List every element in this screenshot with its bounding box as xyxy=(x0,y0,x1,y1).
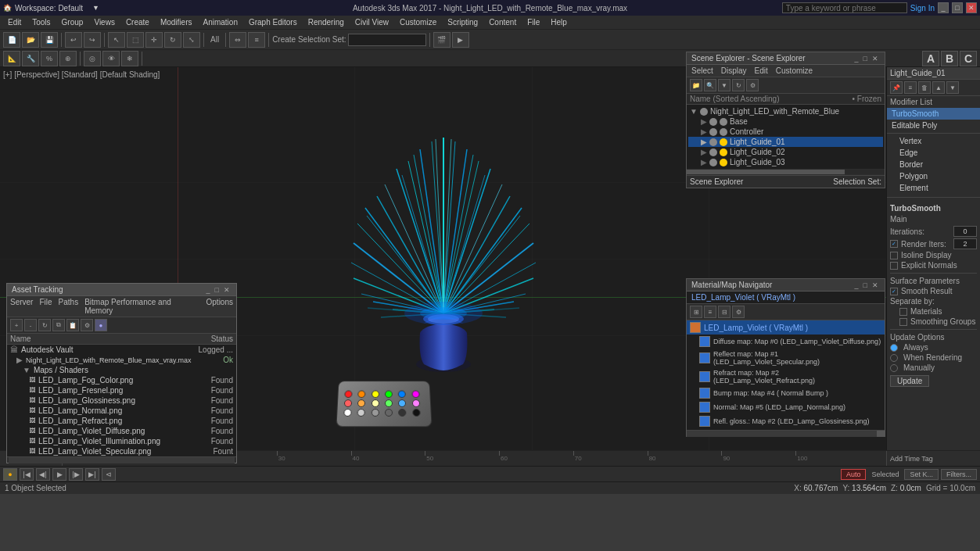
mirror-btn[interactable]: ⇔ xyxy=(229,32,246,48)
show-all-btn[interactable]: ≡ xyxy=(904,81,917,94)
se-scrollbar[interactable] xyxy=(687,169,885,175)
move-mod-up-btn[interactable]: ▲ xyxy=(932,81,945,94)
scale-btn[interactable]: ⤡ xyxy=(183,32,200,48)
select-region-btn[interactable]: ⬚ xyxy=(127,32,144,48)
render-iters-checkbox[interactable] xyxy=(890,240,898,248)
select-btn[interactable]: ↖ xyxy=(108,32,125,48)
mat-item-refract[interactable]: Refract map: Map #2 (LED_Lamp_Violet_Ref… xyxy=(687,367,885,386)
sign-in-btn[interactable]: Sign In xyxy=(910,4,935,13)
modifier-vertex-item[interactable]: Vertex xyxy=(887,135,980,147)
se-item-lightguide03[interactable]: ▶ Light_Guide_03 xyxy=(688,157,883,167)
spinner-snap-btn[interactable]: ⊕ xyxy=(59,51,77,66)
at-menu-file[interactable]: File xyxy=(39,298,52,315)
menu-file[interactable]: File xyxy=(522,17,544,27)
prev-frame-btn[interactable]: ◀| xyxy=(36,468,50,481)
mat-item-reflect[interactable]: Reflect map: Map #1 (LED_Lamp_Violet_Spe… xyxy=(687,349,885,367)
at-settings-btn[interactable]: ⚙ xyxy=(81,319,93,331)
snap-toggle-btn[interactable]: 📐 xyxy=(3,51,20,66)
se-menu-select[interactable]: Select xyxy=(691,66,713,75)
se-item-lightguide01[interactable]: ▶ Light_Guide_01 xyxy=(688,137,883,147)
se-new-btn[interactable]: 📁 xyxy=(690,79,702,91)
when-rendering-radio[interactable] xyxy=(890,354,898,362)
at-row-specular[interactable]: 🖼 LED_Lamp_Violet_Specular.png Fount xyxy=(7,446,236,456)
at-menu-bitmap[interactable]: Bitmap Performance and Memory xyxy=(84,298,199,315)
se-settings-btn[interactable]: ⚙ xyxy=(746,79,759,91)
new-btn[interactable]: 📄 xyxy=(3,32,20,48)
se-expand-btn[interactable]: ▼ xyxy=(718,79,731,91)
menu-help[interactable]: Help xyxy=(546,17,572,27)
menu-group[interactable]: Group xyxy=(57,17,88,27)
close-btn[interactable]: ✕ xyxy=(966,2,977,13)
se-item-lightguide02[interactable]: ▶ Light_Guide_02 xyxy=(688,147,883,157)
at-row-vault[interactable]: 🏛 Autodesk Vault Logged ... xyxy=(7,345,236,355)
explicit-normals-checkbox[interactable] xyxy=(890,262,898,270)
iterations-spinner[interactable]: 0 xyxy=(953,226,977,237)
at-size-btn[interactable]: □ xyxy=(214,286,221,294)
at-row-fresnel[interactable]: 🖼 LED_Lamp_Fresnel.png Found xyxy=(7,385,236,395)
modifier-border-item[interactable]: Border xyxy=(887,159,980,170)
add-time-tag-btn[interactable]: Add Time Tag xyxy=(890,455,933,463)
menu-customize[interactable]: Customize xyxy=(395,17,441,27)
mat-item-bump[interactable]: Bump map: Map #4 ( Normal Bump ) xyxy=(687,386,885,400)
mat-view3-btn[interactable]: ⊟ xyxy=(718,306,731,318)
at-row-normal[interactable]: 🖼 LED_Lamp_Normal.png Found xyxy=(7,406,236,416)
at-row-refract[interactable]: 🖼 LED_Lamp_Refract.png Found xyxy=(7,416,236,426)
at-menu-server[interactable]: Server xyxy=(10,298,33,315)
se-item-base[interactable]: ▶ Base xyxy=(688,116,883,127)
mat-view2-btn[interactable]: ≡ xyxy=(704,306,716,318)
at-paste-btn[interactable]: 📋 xyxy=(66,319,79,331)
play-btn[interactable]: ▶ xyxy=(52,468,66,481)
at-row-glossiness[interactable]: 🖼 LED_Lamp_Glossiness.png Found xyxy=(7,395,236,406)
delete-mod-btn[interactable]: 🗑 xyxy=(918,81,931,94)
mat-maximize-btn[interactable]: □ xyxy=(862,281,869,289)
menu-create[interactable]: Create xyxy=(121,17,154,27)
at-menu-options[interactable]: Options xyxy=(206,298,233,315)
char-B-btn[interactable]: B xyxy=(941,51,958,66)
se-menu-edit[interactable]: Edit xyxy=(755,66,768,75)
mat-item-root[interactable]: LED_Lamp_Violet ( VRayMtl ) xyxy=(687,320,885,335)
se-menu-customize[interactable]: Customize xyxy=(776,66,813,75)
auto-key-btn[interactable]: Auto xyxy=(841,469,867,480)
menu-modifiers[interactable]: Modifiers xyxy=(156,17,197,27)
search-input[interactable] xyxy=(782,2,907,13)
pin-mod-btn[interactable]: 📌 xyxy=(890,81,903,94)
menu-edit[interactable]: Edit xyxy=(3,17,26,27)
menu-scripting[interactable]: Scripting xyxy=(443,17,483,27)
at-scrollbar[interactable] xyxy=(7,456,236,463)
freeze-btn[interactable]: ❄ xyxy=(121,51,138,66)
hide-btn[interactable]: 👁 xyxy=(102,51,120,66)
set-key-btn[interactable]: Set K... xyxy=(904,469,939,480)
render-setup-btn[interactable]: 🎬 xyxy=(433,32,451,48)
at-close-btn[interactable]: ✕ xyxy=(222,286,232,294)
update-button[interactable]: Update xyxy=(890,375,929,387)
align-btn[interactable]: ≡ xyxy=(248,32,265,48)
menu-views[interactable]: Views xyxy=(89,17,120,27)
at-row-illumination[interactable]: 🖼 LED_Lamp_Violet_Illumination.png Found xyxy=(7,436,236,446)
render-iters-spinner[interactable]: 2 xyxy=(953,238,977,249)
char-C-btn[interactable]: C xyxy=(960,51,977,66)
se-refresh-btn[interactable]: ↻ xyxy=(732,79,745,91)
selection-set-input[interactable] xyxy=(348,34,426,46)
at-row-fogcolor[interactable]: 🖼 LED_Lamp_Fog_Color.png Found xyxy=(7,375,236,385)
at-row-maps-folder[interactable]: ▼ Maps / Shaders xyxy=(7,365,236,375)
se-filter-btn[interactable]: 🔍 xyxy=(704,79,716,91)
save-btn[interactable]: 💾 xyxy=(41,32,58,48)
go-end-btn[interactable]: ▶| xyxy=(85,468,99,481)
open-btn[interactable]: 📂 xyxy=(22,32,39,48)
mat-item-normal[interactable]: Normal: Map #5 (LED_Lamp_Normal.png) xyxy=(687,400,885,414)
se-menu-display[interactable]: Display xyxy=(721,66,747,75)
menu-rendering[interactable]: Rendering xyxy=(303,17,349,27)
menu-tools[interactable]: Tools xyxy=(27,17,55,27)
filters-btn[interactable]: Filters... xyxy=(941,469,977,480)
at-copy-btn[interactable]: ⧉ xyxy=(52,319,65,331)
smoothing-groups-checkbox[interactable] xyxy=(899,318,907,326)
isoline-checkbox[interactable] xyxy=(890,252,898,259)
mat-opt-btn[interactable]: ⚙ xyxy=(732,306,745,318)
modifier-element-item[interactable]: Element xyxy=(887,182,980,194)
at-remove-btn[interactable]: - xyxy=(24,319,37,331)
menu-animation[interactable]: Animation xyxy=(198,17,242,27)
mat-close-btn[interactable]: ✕ xyxy=(871,281,880,289)
se-minimize-btn[interactable]: _ xyxy=(853,55,860,63)
go-start-btn[interactable]: |◀ xyxy=(20,468,34,481)
undo-btn[interactable]: ↩ xyxy=(65,32,82,48)
